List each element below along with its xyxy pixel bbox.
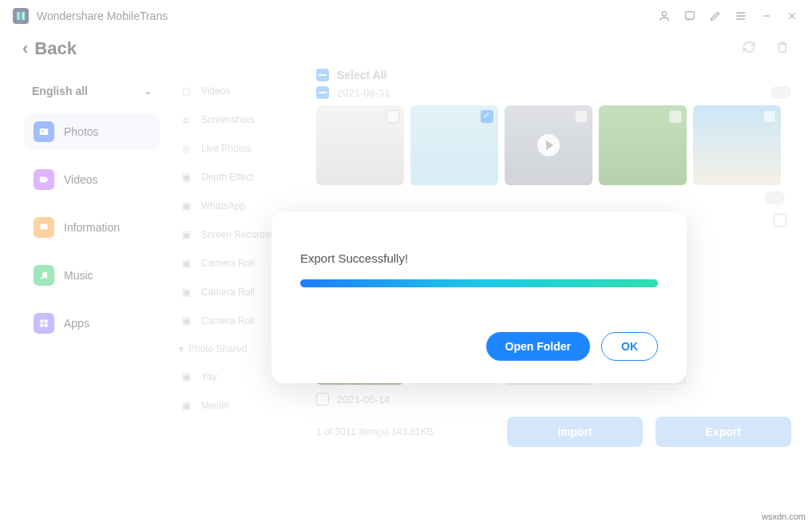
photo-thumb[interactable] [703, 209, 791, 289]
shared-icon: ▣ [179, 398, 193, 413]
svg-rect-11 [45, 319, 48, 322]
music-icon [34, 265, 54, 286]
svg-rect-4 [40, 129, 49, 135]
svg-point-8 [41, 277, 42, 279]
back-row: ‹ Back [0, 32, 812, 69]
export-button[interactable]: Export [656, 417, 791, 447]
folder-icon: ▢ [179, 84, 193, 98]
date-group-row[interactable]: 2021-08-31 [316, 86, 791, 99]
svg-rect-6 [40, 177, 46, 183]
minimize-icon[interactable] [759, 9, 774, 23]
watermark: wsxdn.com [762, 512, 806, 521]
dialog-title: Export Successfully! [300, 251, 658, 265]
app-logo [13, 8, 29, 24]
photo-gallery [316, 105, 791, 185]
photos-icon [34, 121, 54, 142]
category-sidebar: English all ⌄ Photos Videos Information … [16, 69, 168, 499]
live-icon: ◎ [179, 141, 193, 156]
feedback-icon[interactable] [683, 9, 697, 23]
sidebar-item-photos[interactable]: Photos [24, 113, 160, 150]
information-icon [34, 217, 54, 238]
apps-icon [34, 313, 54, 334]
date-label: 2021-08-31 [337, 87, 390, 99]
album-item-screenshots[interactable]: ⧈Screenshots [172, 105, 307, 134]
back-label: Back [34, 38, 77, 59]
svg-rect-3 [686, 12, 695, 19]
select-all-row[interactable]: Select All [316, 69, 791, 81]
thumb-checkbox[interactable] [575, 110, 588, 123]
status-text: 1 of 3011 Item(s),143.81KB [316, 426, 434, 437]
app-title: Wondershare MobileTrans [37, 10, 168, 22]
date-checkbox[interactable] [316, 86, 329, 99]
chevron-left-icon: ‹ [22, 38, 28, 59]
sidebar-item-label: Photos [64, 125, 99, 138]
svg-rect-13 [45, 324, 48, 327]
photo-thumb[interactable] [693, 105, 781, 185]
menu-icon[interactable] [734, 9, 748, 23]
sidebar-item-apps[interactable]: Apps [24, 305, 160, 342]
svg-rect-10 [40, 319, 43, 322]
import-button[interactable]: Import [507, 417, 643, 447]
svg-point-2 [662, 12, 666, 16]
progress-bar [300, 279, 658, 287]
sidebar-item-label: Videos [64, 173, 98, 186]
count-pill [770, 86, 791, 99]
recorder-icon: ▣ [179, 227, 193, 242]
svg-rect-0 [17, 12, 20, 20]
photo-thumb[interactable] [599, 105, 687, 185]
thumb-checkbox[interactable] [481, 110, 493, 123]
videos-icon [34, 169, 54, 190]
whatsapp-icon: ▣ [179, 199, 193, 213]
title-bar: Wondershare MobileTrans [0, 0, 812, 32]
refresh-icon[interactable] [742, 40, 756, 57]
svg-point-5 [42, 130, 43, 132]
play-icon [537, 134, 560, 156]
dropdown-label: English all [32, 85, 88, 97]
date-checkbox[interactable] [316, 393, 329, 405]
photo-thumb[interactable] [316, 105, 404, 185]
language-dropdown[interactable]: English all ⌄ [24, 80, 160, 102]
sidebar-item-label: Information [64, 221, 120, 234]
album-item-live-photos[interactable]: ◎Live Photos [172, 134, 307, 163]
svg-point-9 [46, 276, 47, 278]
export-success-dialog: Export Successfully! Open Folder OK [271, 212, 687, 383]
camera-icon: ▣ [179, 256, 193, 271]
depth-icon: ▣ [179, 170, 193, 184]
svg-rect-12 [40, 324, 43, 327]
thumb-checkbox[interactable] [669, 110, 682, 123]
chevron-down-icon: ▾ [179, 343, 184, 354]
album-item-depth-effect[interactable]: ▣Depth Effect [172, 163, 307, 192]
date-label: 2021-05-14 [337, 394, 390, 405]
date-group-row[interactable]: 2021-05-14 [316, 393, 791, 405]
camera-icon: ▣ [179, 285, 193, 299]
thumb-checkbox[interactable] [774, 214, 786, 227]
shared-icon: ▣ [179, 370, 193, 384]
open-folder-button[interactable]: Open Folder [486, 332, 590, 361]
footer-bar: 1 of 3011 Item(s),143.81KB Import Export [316, 417, 791, 447]
camera-icon: ▣ [179, 314, 193, 328]
back-button[interactable]: ‹ Back [22, 38, 77, 59]
sidebar-item-videos[interactable]: Videos [24, 161, 160, 198]
sidebar-item-music[interactable]: Music [24, 257, 160, 294]
photo-thumb[interactable] [505, 105, 592, 185]
svg-rect-1 [22, 12, 25, 20]
select-all-checkbox[interactable] [316, 69, 329, 81]
delete-icon[interactable] [775, 40, 790, 57]
photo-thumb[interactable] [410, 105, 498, 185]
select-all-label: Select All [337, 69, 387, 81]
svg-rect-7 [40, 223, 47, 229]
thumb-checkbox[interactable] [763, 110, 776, 123]
screenshot-icon: ⧈ [179, 113, 193, 127]
album-item-videos[interactable]: ▢Videos [172, 77, 307, 105]
album-item-shared[interactable]: ▣Meishi [172, 391, 307, 420]
account-icon[interactable] [657, 9, 671, 23]
sidebar-item-label: Apps [64, 317, 89, 330]
sidebar-item-label: Music [64, 269, 93, 282]
sidebar-item-information[interactable]: Information [24, 209, 160, 246]
count-pill [764, 192, 785, 204]
chevron-down-icon: ⌄ [144, 85, 152, 97]
close-icon[interactable] [785, 9, 799, 23]
ok-button[interactable]: OK [601, 332, 658, 361]
edit-icon[interactable] [708, 9, 723, 23]
thumb-checkbox[interactable] [386, 110, 399, 123]
